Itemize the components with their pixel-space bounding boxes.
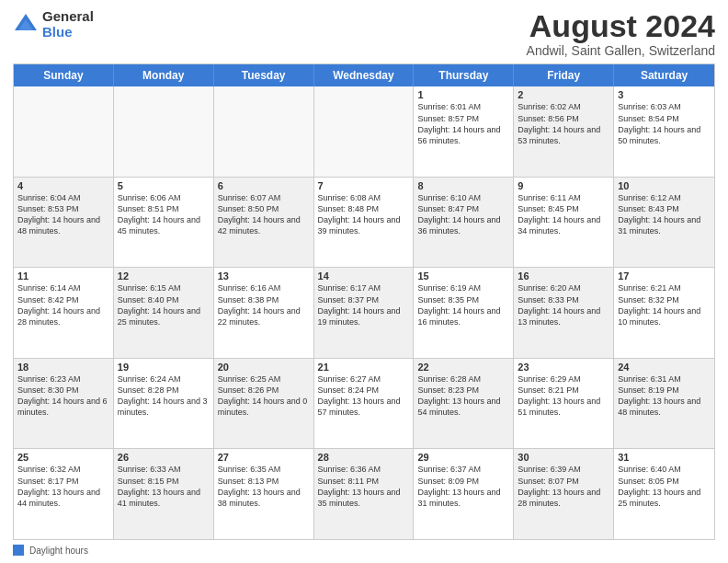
calendar-cell: 30Sunrise: 6:39 AM Sunset: 8:07 PM Dayli… <box>514 449 614 539</box>
day-info: Sunrise: 6:40 AM Sunset: 8:05 PM Dayligh… <box>618 464 711 509</box>
calendar-cell: 9Sunrise: 6:11 AM Sunset: 8:45 PM Daylig… <box>514 178 614 268</box>
calendar-header: SundayMondayTuesdayWednesdayThursdayFrid… <box>14 64 714 86</box>
day-number: 16 <box>518 270 609 282</box>
day-info: Sunrise: 6:25 AM Sunset: 8:26 PM Dayligh… <box>218 373 310 419</box>
day-number: 11 <box>17 270 109 282</box>
day-info: Sunrise: 6:37 AM Sunset: 8:09 PM Dayligh… <box>417 464 509 509</box>
day-number: 13 <box>218 270 310 282</box>
calendar-cell <box>214 86 314 177</box>
calendar-cell: 6Sunrise: 6:07 AM Sunset: 8:50 PM Daylig… <box>214 178 314 268</box>
logo-general: General <box>42 9 94 25</box>
cal-header-day: Thursday <box>414 64 514 86</box>
calendar-cell: 29Sunrise: 6:37 AM Sunset: 8:09 PM Dayli… <box>414 449 514 539</box>
day-info: Sunrise: 6:19 AM Sunset: 8:35 PM Dayligh… <box>417 282 509 327</box>
calendar-row: 1Sunrise: 6:01 AM Sunset: 8:57 PM Daylig… <box>14 86 714 177</box>
logo-text: General Blue <box>42 9 94 40</box>
calendar-cell: 18Sunrise: 6:23 AM Sunset: 8:30 PM Dayli… <box>14 359 114 449</box>
calendar-cell: 14Sunrise: 6:17 AM Sunset: 8:37 PM Dayli… <box>314 268 415 358</box>
day-info: Sunrise: 6:15 AM Sunset: 8:40 PM Dayligh… <box>118 282 210 327</box>
cal-header-day: Wednesday <box>314 64 415 86</box>
logo-blue: Blue <box>42 25 94 40</box>
day-info: Sunrise: 6:16 AM Sunset: 8:38 PM Dayligh… <box>218 282 310 327</box>
cal-header-day: Tuesday <box>214 64 314 86</box>
calendar-row: 25Sunrise: 6:32 AM Sunset: 8:17 PM Dayli… <box>14 448 714 539</box>
cal-header-day: Sunday <box>14 64 114 86</box>
day-number: 18 <box>17 362 109 373</box>
calendar-cell: 31Sunrise: 6:40 AM Sunset: 8:05 PM Dayli… <box>614 449 714 539</box>
day-number: 17 <box>618 270 711 282</box>
calendar-cell: 8Sunrise: 6:10 AM Sunset: 8:47 PM Daylig… <box>414 178 514 268</box>
logo: General Blue <box>13 9 94 40</box>
day-number: 26 <box>118 452 210 463</box>
day-info: Sunrise: 6:24 AM Sunset: 8:28 PM Dayligh… <box>118 373 210 419</box>
calendar-cell: 5Sunrise: 6:06 AM Sunset: 8:51 PM Daylig… <box>114 178 214 268</box>
calendar-cell: 12Sunrise: 6:15 AM Sunset: 8:40 PM Dayli… <box>114 268 214 358</box>
day-number: 28 <box>318 452 410 463</box>
day-info: Sunrise: 6:04 AM Sunset: 8:53 PM Dayligh… <box>17 192 109 237</box>
day-number: 19 <box>118 362 210 373</box>
day-info: Sunrise: 6:07 AM Sunset: 8:50 PM Dayligh… <box>218 192 310 237</box>
calendar-row: 4Sunrise: 6:04 AM Sunset: 8:53 PM Daylig… <box>14 177 714 268</box>
calendar-cell <box>314 86 415 177</box>
day-number: 12 <box>118 270 210 282</box>
day-info: Sunrise: 6:35 AM Sunset: 8:13 PM Dayligh… <box>218 464 310 509</box>
day-info: Sunrise: 6:36 AM Sunset: 8:11 PM Dayligh… <box>318 464 410 509</box>
day-info: Sunrise: 6:14 AM Sunset: 8:42 PM Dayligh… <box>17 282 109 327</box>
calendar-cell: 17Sunrise: 6:21 AM Sunset: 8:32 PM Dayli… <box>614 268 714 358</box>
title-area: August 2024 Andwil, Saint Gallen, Switze… <box>527 9 715 58</box>
calendar-cell <box>14 86 114 177</box>
day-info: Sunrise: 6:20 AM Sunset: 8:33 PM Dayligh… <box>518 282 609 327</box>
day-number: 25 <box>17 452 109 463</box>
day-info: Sunrise: 6:11 AM Sunset: 8:45 PM Dayligh… <box>518 192 609 237</box>
calendar-cell: 13Sunrise: 6:16 AM Sunset: 8:38 PM Dayli… <box>214 268 314 358</box>
page: General Blue August 2024 Andwil, Saint G… <box>0 0 728 563</box>
day-info: Sunrise: 6:33 AM Sunset: 8:15 PM Dayligh… <box>118 464 210 509</box>
cal-header-day: Monday <box>114 64 214 86</box>
day-info: Sunrise: 6:32 AM Sunset: 8:17 PM Dayligh… <box>17 464 109 509</box>
calendar-cell: 21Sunrise: 6:27 AM Sunset: 8:24 PM Dayli… <box>314 359 415 449</box>
calendar-cell: 3Sunrise: 6:03 AM Sunset: 8:54 PM Daylig… <box>614 86 714 177</box>
day-info: Sunrise: 6:02 AM Sunset: 8:56 PM Dayligh… <box>518 101 609 146</box>
day-number: 29 <box>417 452 509 463</box>
day-number: 27 <box>218 452 310 463</box>
location: Andwil, Saint Gallen, Switzerland <box>527 43 715 58</box>
day-info: Sunrise: 6:39 AM Sunset: 8:07 PM Dayligh… <box>518 464 609 509</box>
month-title: August 2024 <box>527 9 715 43</box>
cal-header-day: Saturday <box>614 64 714 86</box>
calendar: SundayMondayTuesdayWednesdayThursdayFrid… <box>13 63 715 540</box>
cal-header-day: Friday <box>514 64 614 86</box>
day-info: Sunrise: 6:31 AM Sunset: 8:19 PM Dayligh… <box>618 373 711 419</box>
day-number: 6 <box>218 180 310 191</box>
day-info: Sunrise: 6:06 AM Sunset: 8:51 PM Dayligh… <box>118 192 210 237</box>
legend-box <box>13 545 24 556</box>
calendar-row: 18Sunrise: 6:23 AM Sunset: 8:30 PM Dayli… <box>14 358 714 449</box>
day-number: 24 <box>618 362 711 373</box>
calendar-cell: 11Sunrise: 6:14 AM Sunset: 8:42 PM Dayli… <box>14 268 114 358</box>
day-number: 22 <box>417 362 509 373</box>
calendar-cell: 2Sunrise: 6:02 AM Sunset: 8:56 PM Daylig… <box>514 86 614 177</box>
day-number: 2 <box>518 89 609 100</box>
calendar-cell: 1Sunrise: 6:01 AM Sunset: 8:57 PM Daylig… <box>414 86 514 177</box>
calendar-cell: 24Sunrise: 6:31 AM Sunset: 8:19 PM Dayli… <box>614 359 714 449</box>
calendar-cell: 10Sunrise: 6:12 AM Sunset: 8:43 PM Dayli… <box>614 178 714 268</box>
footer: Daylight hours <box>13 545 715 556</box>
calendar-cell: 23Sunrise: 6:29 AM Sunset: 8:21 PM Dayli… <box>514 359 614 449</box>
calendar-body: 1Sunrise: 6:01 AM Sunset: 8:57 PM Daylig… <box>14 86 714 539</box>
calendar-row: 11Sunrise: 6:14 AM Sunset: 8:42 PM Dayli… <box>14 267 714 358</box>
day-number: 9 <box>518 180 609 191</box>
day-info: Sunrise: 6:27 AM Sunset: 8:24 PM Dayligh… <box>318 373 410 419</box>
day-number: 15 <box>417 270 509 282</box>
day-number: 8 <box>417 180 509 191</box>
day-number: 4 <box>17 180 109 191</box>
logo-icon <box>13 12 39 38</box>
day-info: Sunrise: 6:28 AM Sunset: 8:23 PM Dayligh… <box>417 373 509 419</box>
calendar-cell: 27Sunrise: 6:35 AM Sunset: 8:13 PM Dayli… <box>214 449 314 539</box>
day-number: 30 <box>518 452 609 463</box>
day-info: Sunrise: 6:03 AM Sunset: 8:54 PM Dayligh… <box>618 101 711 146</box>
day-number: 21 <box>318 362 410 373</box>
calendar-cell: 26Sunrise: 6:33 AM Sunset: 8:15 PM Dayli… <box>114 449 214 539</box>
calendar-cell: 15Sunrise: 6:19 AM Sunset: 8:35 PM Dayli… <box>414 268 514 358</box>
day-number: 20 <box>218 362 310 373</box>
calendar-cell: 16Sunrise: 6:20 AM Sunset: 8:33 PM Dayli… <box>514 268 614 358</box>
calendar-cell: 19Sunrise: 6:24 AM Sunset: 8:28 PM Dayli… <box>114 359 214 449</box>
